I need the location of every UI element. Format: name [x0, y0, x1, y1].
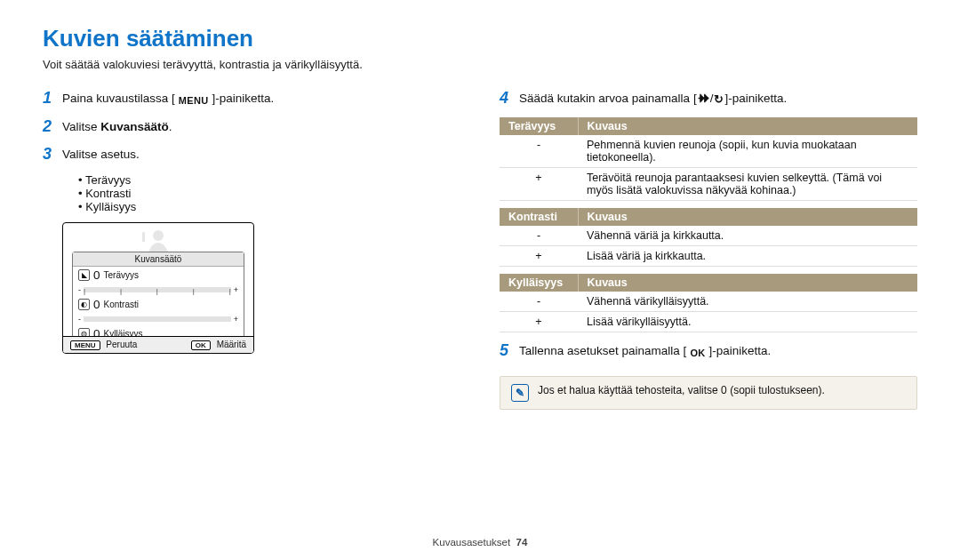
panel-row-contrast: ◐ 0 Kontrasti [73, 296, 244, 313]
cell-desc: Pehmennä kuvien reunoja (sopii, kun kuvi… [578, 135, 917, 168]
step-text: ]-painiketta. [724, 92, 787, 105]
option-bullets: Terävyys Kontrasti Kylläisyys [78, 173, 460, 213]
sharpness-icon: ◣ [78, 269, 90, 281]
ok-button-icon: OK [191, 340, 211, 350]
panel-title: Kuvansäätö [73, 252, 244, 267]
note-box: ✎ Jos et halua käyttää tehosteita, valit… [500, 376, 917, 410]
timer-icon: ↻ [713, 92, 724, 106]
step-number: 2 [43, 117, 62, 137]
flash-icon: ⯮ [697, 92, 710, 106]
cancel-label: Peruuta [106, 340, 137, 349]
table-saturation: Kylläisyys Kuvaus - Vähennä värikylläisy… [500, 274, 917, 332]
row-label: Terävyys [104, 270, 147, 280]
right-column: 4 Säädä kutakin arvoa painamalla [⯮/↻]-p… [500, 89, 917, 410]
step-1: 1 Paina kuvaustilassa [MENU]-painiketta. [43, 89, 460, 108]
cell-key: - [500, 226, 578, 246]
table-row: - Vähennä väriä ja kirkkautta. [500, 226, 917, 246]
cell-desc: Vähennä värikylläisyyttä. [578, 292, 917, 312]
page-number: 74 [516, 537, 528, 548]
cell-key: + [500, 167, 578, 200]
step-5: 5 Tallenna asetukset painamalla [OK]-pai… [500, 341, 917, 361]
left-column: 1 Paina kuvaustilassa [MENU]-painiketta.… [43, 89, 460, 410]
step-3: 3 Valitse asetus. [43, 145, 460, 164]
step-number: 1 [43, 89, 62, 108]
cell-desc: Vähennä väriä ja kirkkautta. [578, 226, 917, 246]
bullet-item: Kylläisyys [78, 200, 460, 213]
table-row: + Terävöitä reunoja parantaaksesi kuvien… [500, 167, 917, 200]
bullet-item: Terävyys [78, 173, 460, 187]
table-row: - Pehmennä kuvien reunoja (sopii, kun ku… [500, 135, 917, 168]
row-value: 0 [93, 298, 100, 311]
cell-desc: Lisää värikylläisyyttä. [578, 311, 917, 332]
note-text: Jos et halua käyttää tehosteita, valitse… [538, 384, 825, 396]
col-header: Kontrasti [500, 208, 578, 226]
table-row: + Lisää värikylläisyyttä. [500, 311, 917, 332]
screen-bottom-bar: MENU Peruuta OK Määritä [63, 336, 253, 353]
step-text: Paina kuvaustilassa [ [62, 92, 175, 105]
col-header: Kylläisyys [500, 274, 578, 292]
svg-rect-1 [142, 232, 145, 242]
bullet-item: Kontrasti [78, 187, 460, 200]
menu-button-icon: MENU [70, 340, 100, 350]
step-text: ]-painiketta. [708, 344, 771, 357]
step-text: Tallenna asetukset painamalla [ [519, 344, 686, 357]
note-icon: ✎ [511, 384, 529, 402]
cell-key: - [500, 292, 578, 312]
table-sharpness: Terävyys Kuvaus - Pehmennä kuvien reunoj… [500, 117, 917, 201]
row-value: 0 [93, 268, 100, 282]
step-bold: Kuvansäätö [100, 120, 169, 133]
col-header: Kuvaus [578, 274, 917, 292]
camera-screen-illustration: Kuvansäätö ◣ 0 Terävyys -|||||+ ◐ 0 Kont… [62, 222, 254, 354]
step-number: 5 [500, 341, 519, 361]
cell-key: + [500, 311, 578, 332]
step-4: 4 Säädä kutakin arvoa painamalla [⯮/↻]-p… [500, 89, 917, 108]
menu-button-glyph: MENU [175, 94, 212, 108]
col-header: Kuvaus [578, 117, 917, 135]
table-row: + Lisää väriä ja kirkkautta. [500, 245, 917, 266]
intro-text: Voit säätää valokuviesi terävyyttä, kont… [43, 58, 917, 71]
col-header: Terävyys [500, 117, 578, 135]
step-text: Valitse [62, 120, 100, 133]
step-text: Säädä kutakin arvoa painamalla [ [519, 92, 697, 105]
table-contrast: Kontrasti Kuvaus - Vähennä väriä ja kirk… [500, 208, 917, 267]
page-title: Kuvien säätäminen [43, 25, 917, 52]
panel-row-sharpness: ◣ 0 Terävyys [73, 267, 244, 284]
page-footer: Kuvausasetukset 74 [0, 537, 960, 548]
ok-button-glyph: OK [686, 346, 708, 360]
step-text: Valitse asetus. [62, 145, 140, 164]
col-header: Kuvaus [578, 208, 917, 226]
step-number: 4 [500, 89, 519, 108]
step-text: ]-painiketta. [212, 92, 274, 105]
ok-label: Määritä [217, 340, 246, 349]
step-text: . [169, 120, 172, 133]
cell-desc: Terävöitä reunoja parantaaksesi kuvien s… [578, 167, 917, 200]
cell-key: + [500, 245, 578, 266]
cell-desc: Lisää väriä ja kirkkautta. [578, 245, 917, 266]
row-label: Kontrasti [104, 300, 147, 309]
footer-section: Kuvausasetukset [433, 537, 511, 548]
svg-point-0 [153, 230, 164, 241]
contrast-icon: ◐ [78, 299, 90, 310]
table-row: - Vähennä värikylläisyyttä. [500, 292, 917, 312]
step-2: 2 Valitse Kuvansäätö. [43, 117, 460, 137]
cell-key: - [500, 135, 578, 168]
step-number: 3 [43, 145, 62, 164]
